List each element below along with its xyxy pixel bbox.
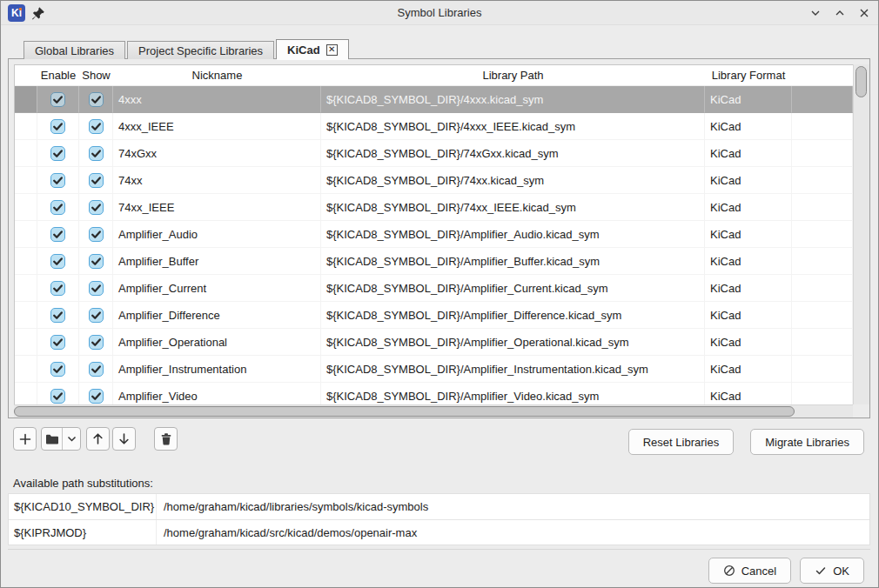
table-row[interactable]: 74xx_IEEE ${KICAD8_SYMBOL_DIR}/74xx_IEEE…	[15, 194, 853, 221]
table-row[interactable]: 4xxx ${KICAD8_SYMBOL_DIR}/4xxx.kicad_sym…	[15, 86, 853, 113]
column-header-nickname[interactable]: Nickname	[113, 65, 321, 85]
library-path-cell[interactable]: ${KICAD8_SYMBOL_DIR}/74xx_IEEE.kicad_sym	[321, 194, 705, 221]
table-row[interactable]: 4xxx_IEEE ${KICAD8_SYMBOL_DIR}/4xxx_IEEE…	[15, 113, 853, 140]
enable-checkbox[interactable]	[50, 308, 65, 323]
table-row[interactable]: Amplifier_Buffer ${KICAD8_SYMBOL_DIR}/Am…	[15, 248, 853, 275]
nickname-cell[interactable]: Amplifier_Operational	[113, 329, 321, 356]
nickname-cell[interactable]: Amplifier_Current	[113, 275, 321, 302]
enable-checkbox[interactable]	[50, 146, 65, 161]
row-header-cell[interactable]	[15, 383, 37, 404]
tab-kicad[interactable]: KiCad ✕	[276, 39, 349, 59]
tab-project-specific-libraries[interactable]: Project Specific Libraries	[127, 41, 274, 59]
minimize-icon[interactable]	[809, 6, 822, 20]
library-path-cell[interactable]: ${KICAD8_SYMBOL_DIR}/Amplifier_Current.k…	[321, 275, 705, 302]
enable-checkbox[interactable]	[50, 335, 65, 350]
library-format-cell[interactable]: KiCad	[705, 356, 792, 383]
enable-checkbox[interactable]	[50, 119, 65, 134]
table-row[interactable]: Amplifier_Operational ${KICAD8_SYMBOL_DI…	[15, 329, 853, 356]
column-header-enable[interactable]: Enable	[37, 65, 79, 85]
library-path-cell[interactable]: ${KICAD8_SYMBOL_DIR}/4xxx.kicad_sym	[321, 86, 705, 113]
vertical-scrollbar-thumb[interactable]	[856, 66, 867, 97]
enable-checkbox[interactable]	[50, 200, 65, 215]
row-header-cell[interactable]	[15, 302, 37, 329]
nickname-cell[interactable]: 74xGxx	[113, 140, 321, 167]
column-header-library-path[interactable]: Library Path	[321, 65, 705, 85]
migrate-libraries-button[interactable]: Migrate Libraries	[750, 429, 864, 455]
library-path-cell[interactable]: ${KICAD8_SYMBOL_DIR}/Amplifier_Differenc…	[321, 302, 705, 329]
show-checkbox[interactable]	[89, 173, 104, 188]
library-format-cell[interactable]: KiCad	[705, 275, 792, 302]
tab-global-libraries[interactable]: Global Libraries	[23, 41, 125, 59]
close-icon[interactable]	[857, 6, 871, 20]
show-checkbox[interactable]	[89, 119, 104, 134]
library-path-cell[interactable]: ${KICAD8_SYMBOL_DIR}/74xx.kicad_sym	[321, 167, 705, 194]
row-header-cell[interactable]	[15, 113, 37, 140]
vertical-scrollbar[interactable]	[853, 64, 869, 404]
row-header-cell[interactable]	[15, 221, 37, 248]
library-format-cell[interactable]: KiCad	[705, 329, 792, 356]
table-row[interactable]: 74xx ${KICAD8_SYMBOL_DIR}/74xx.kicad_sym…	[15, 167, 853, 194]
maximize-icon[interactable]	[833, 6, 847, 20]
browse-library-split-button[interactable]	[41, 427, 81, 451]
show-checkbox[interactable]	[89, 308, 104, 323]
horizontal-scrollbar[interactable]	[14, 404, 853, 418]
nickname-cell[interactable]: Amplifier_Instrumentation	[113, 356, 321, 383]
library-format-cell[interactable]: KiCad	[705, 221, 792, 248]
row-header-cell[interactable]	[15, 194, 37, 221]
nickname-cell[interactable]: 4xxx	[113, 86, 321, 113]
folder-icon[interactable]	[42, 428, 63, 450]
enable-checkbox[interactable]	[50, 389, 65, 404]
reset-libraries-button[interactable]: Reset Libraries	[628, 429, 734, 455]
library-format-cell[interactable]: KiCad	[705, 86, 792, 113]
table-row[interactable]: Amplifier_Audio ${KICAD8_SYMBOL_DIR}/Amp…	[15, 221, 853, 248]
add-library-button[interactable]	[13, 427, 37, 451]
row-header-cell[interactable]	[15, 356, 37, 383]
library-format-cell[interactable]: KiCad	[705, 140, 792, 167]
library-format-cell[interactable]: KiCad	[705, 167, 792, 194]
horizontal-scrollbar-thumb[interactable]	[14, 406, 795, 417]
nickname-cell[interactable]: 4xxx_IEEE	[113, 113, 321, 140]
library-path-cell[interactable]: ${KICAD8_SYMBOL_DIR}/Amplifier_Buffer.ki…	[321, 248, 705, 275]
cancel-button[interactable]: Cancel	[708, 558, 791, 584]
nickname-cell[interactable]: Amplifier_Difference	[113, 302, 321, 329]
column-header-library-format[interactable]: Library Format	[705, 65, 792, 85]
nickname-cell[interactable]: Amplifier_Audio	[113, 221, 321, 248]
row-header-cell[interactable]	[15, 275, 37, 302]
library-format-cell[interactable]: KiCad	[705, 383, 792, 404]
row-header-cell[interactable]	[15, 86, 37, 113]
move-down-button[interactable]	[112, 427, 136, 451]
library-path-cell[interactable]: ${KICAD8_SYMBOL_DIR}/74xGxx.kicad_sym	[321, 140, 705, 167]
enable-checkbox[interactable]	[50, 254, 65, 269]
nickname-cell[interactable]: 74xx	[113, 167, 321, 194]
table-row[interactable]: Amplifier_Instrumentation ${KICAD8_SYMBO…	[15, 356, 853, 383]
show-checkbox[interactable]	[89, 92, 104, 107]
table-row[interactable]: Amplifier_Video ${KICAD8_SYMBOL_DIR}/Amp…	[15, 383, 853, 404]
show-checkbox[interactable]	[89, 146, 104, 161]
chevron-down-icon[interactable]	[63, 428, 80, 450]
nickname-cell[interactable]: 74xx_IEEE	[113, 194, 321, 221]
library-format-cell[interactable]: KiCad	[705, 113, 792, 140]
show-checkbox[interactable]	[89, 254, 104, 269]
show-checkbox[interactable]	[89, 281, 104, 296]
path-substitution-row[interactable]: ${KIPRJMOD} /home/graham/kicad/src/kicad…	[9, 519, 869, 545]
path-substitution-row[interactable]: ${KICAD10_SYMBOL_DIR} /home/graham/kicad…	[9, 494, 869, 519]
row-header-cell[interactable]	[15, 167, 37, 194]
enable-checkbox[interactable]	[50, 281, 65, 296]
library-format-cell[interactable]: KiCad	[705, 302, 792, 329]
row-header-cell[interactable]	[15, 248, 37, 275]
library-path-cell[interactable]: ${KICAD8_SYMBOL_DIR}/Amplifier_Audio.kic…	[321, 221, 705, 248]
table-row[interactable]: Amplifier_Difference ${KICAD8_SYMBOL_DIR…	[15, 302, 853, 329]
ok-button[interactable]: OK	[800, 558, 864, 584]
show-checkbox[interactable]	[89, 227, 104, 242]
nickname-cell[interactable]: Amplifier_Video	[113, 383, 321, 404]
column-header-show[interactable]: Show	[79, 65, 113, 85]
enable-checkbox[interactable]	[50, 227, 65, 242]
library-path-cell[interactable]: ${KICAD8_SYMBOL_DIR}/4xxx_IEEE.kicad_sym	[321, 113, 705, 140]
table-row[interactable]: 74xGxx ${KICAD8_SYMBOL_DIR}/74xGxx.kicad…	[15, 140, 853, 167]
enable-checkbox[interactable]	[50, 362, 65, 377]
show-checkbox[interactable]	[89, 200, 104, 215]
library-format-cell[interactable]: KiCad	[705, 194, 792, 221]
library-path-cell[interactable]: ${KICAD8_SYMBOL_DIR}/Amplifier_Operation…	[321, 329, 705, 356]
library-format-cell[interactable]: KiCad	[705, 248, 792, 275]
library-path-cell[interactable]: ${KICAD8_SYMBOL_DIR}/Amplifier_Video.kic…	[321, 383, 705, 404]
